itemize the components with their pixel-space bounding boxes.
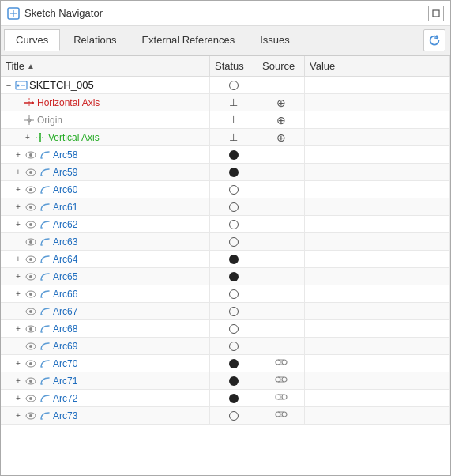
arc-icon (39, 253, 51, 266)
cell-source (257, 285, 305, 302)
table-row[interactable]: Horizontal Axis ⊥ ⊕ (1, 94, 450, 111)
table-row[interactable]: Origin ⊥ ⊕ (1, 111, 450, 129)
table-row[interactable]: + Arc72 (1, 390, 450, 407)
collapse-button[interactable]: − (4, 81, 13, 90)
cell-value (305, 355, 450, 372)
table-row[interactable]: Arc67 (1, 303, 450, 320)
cell-source (257, 146, 305, 163)
svg-marker-8 (32, 101, 34, 104)
expand-button[interactable]: + (13, 324, 23, 334)
expand-button[interactable]: + (13, 359, 23, 368)
cell-title-h-axis: Horizontal Axis (1, 94, 210, 111)
tab-curves[interactable]: Curves (4, 29, 60, 51)
cell-status (210, 355, 257, 372)
refresh-button[interactable] (423, 29, 445, 51)
cell-status (210, 390, 257, 406)
table-row[interactable]: − SKETCH_005 (1, 77, 450, 94)
tab-issues[interactable]: Issues (248, 29, 302, 50)
constraint-icon: ⊥ (229, 115, 238, 125)
tab-external-references[interactable]: External References (130, 29, 246, 50)
item-label: Arc66 (53, 289, 77, 300)
svg-point-50 (29, 345, 32, 348)
cell-source (257, 372, 305, 389)
eye-icon (24, 357, 37, 370)
table-row[interactable]: + Arc64 (1, 251, 450, 268)
table-row[interactable]: + Arc65 (1, 268, 450, 285)
expand-button[interactable]: + (13, 376, 23, 386)
svg-point-60 (29, 380, 32, 383)
svg-point-17 (29, 153, 32, 157)
status-empty-icon (229, 220, 239, 229)
cell-source: ⊕ (257, 94, 305, 111)
eye-icon (24, 236, 37, 248)
cell-value (305, 320, 450, 337)
item-label: Arc61 (53, 202, 77, 213)
svg-point-76 (276, 412, 280, 417)
cell-value (305, 303, 450, 319)
table-row[interactable]: + Arc58 (1, 146, 450, 164)
arc-icon (39, 183, 51, 196)
tab-relations[interactable]: Relations (62, 29, 128, 50)
item-label: Arc67 (53, 306, 77, 317)
table-row[interactable]: + Arc66 (1, 285, 450, 303)
expand-button[interactable]: + (13, 394, 23, 403)
arc-icon (39, 357, 51, 370)
cell-title-arc: + Arc70 (1, 355, 210, 372)
expand-button[interactable]: + (13, 289, 23, 299)
cell-value (305, 181, 450, 198)
table-row[interactable]: + Vertical Axis ⊥ ⊕ (1, 129, 450, 146)
cell-status (210, 303, 257, 319)
item-label: Arc70 (53, 358, 77, 369)
svg-point-41 (29, 293, 32, 296)
expand-button[interactable]: + (13, 220, 23, 229)
table-row[interactable]: + Arc70 (1, 355, 450, 372)
status-filled-icon (229, 168, 239, 177)
table-row[interactable]: + Arc61 (1, 198, 450, 216)
cell-source: ⊕ (257, 111, 305, 128)
arc-icon (39, 218, 51, 231)
table-row[interactable]: + Arc62 (1, 216, 450, 233)
arc-icon (39, 201, 51, 213)
cell-title-arc: Arc67 (1, 303, 210, 319)
cell-title-sketch: − SKETCH_005 (1, 77, 210, 93)
cell-value (305, 407, 450, 424)
eye-icon (24, 183, 37, 196)
expand-button[interactable]: + (13, 168, 23, 177)
cell-title-arc: Arc63 (1, 233, 210, 250)
arc-icon (39, 166, 51, 179)
table-row[interactable]: + Arc71 (1, 372, 450, 390)
table-row[interactable]: + Arc73 (1, 407, 450, 425)
cell-value (305, 233, 450, 250)
table-row[interactable]: + Arc59 (1, 164, 450, 181)
table-row[interactable]: + Arc68 (1, 320, 450, 338)
cell-source (257, 181, 305, 198)
arc-icon (39, 270, 51, 283)
svg-point-62 (276, 377, 280, 382)
eye-icon (24, 305, 37, 318)
expand-button[interactable]: + (13, 150, 23, 160)
table-row[interactable]: Arc63 (1, 233, 450, 251)
expand-button[interactable]: + (13, 411, 23, 421)
cell-status (210, 251, 257, 267)
spacer (13, 307, 23, 316)
status-empty-icon (229, 411, 239, 421)
expand-button[interactable]: + (13, 202, 23, 212)
table-row[interactable]: + Arc60 (1, 181, 450, 198)
arc-icon (39, 392, 51, 405)
cell-title-arc: + Arc71 (1, 372, 210, 389)
status-empty-icon (229, 202, 239, 212)
expand-button[interactable]: + (13, 185, 23, 195)
expand-button[interactable]: + (13, 255, 23, 264)
svg-point-38 (29, 275, 32, 278)
cell-status (210, 372, 257, 389)
cell-title-arc: + Arc73 (1, 407, 210, 424)
expand-button[interactable]: + (13, 272, 23, 281)
item-label: Arc62 (53, 219, 77, 230)
eye-icon (24, 166, 37, 179)
expand-button[interactable]: + (23, 133, 32, 142)
table-row[interactable]: Arc69 (1, 338, 450, 355)
item-label: Arc72 (53, 393, 77, 404)
maximize-button[interactable] (428, 6, 444, 21)
status-empty-icon (229, 289, 239, 299)
status-empty-icon (229, 237, 239, 247)
